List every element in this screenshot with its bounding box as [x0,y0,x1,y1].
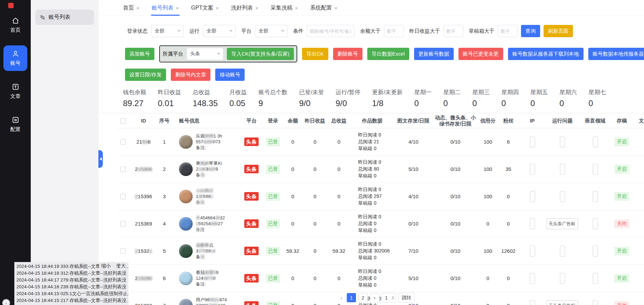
run-issue-input[interactable] [560,136,565,147]
chevron-down-icon [217,53,220,55]
sidebar-item-home[interactable]: 首页 [3,12,27,38]
add-account-button[interactable]: 添加账号 [125,48,154,60]
corner-widget-button[interactable]: › [2,299,10,305]
log-line: 2024-04-15 18:44:18 312:存稿系统--文章--洗好列表没 [16,270,126,277]
run-issue-input[interactable] [560,191,565,202]
sidebar-collapse-handle[interactable] [98,150,103,168]
tab-close-icon[interactable]: × [136,5,139,11]
table-cell: 已登 [263,156,283,183]
number-spinner-icons[interactable] [392,296,394,300]
pagination-page-2[interactable]: 2 [358,293,368,302]
sidebar-item-account[interactable]: 账号 [3,45,27,71]
chevron-right-icon: › [5,301,7,305]
log-enlarge-button[interactable]: 变大 [116,263,126,269]
toolbar-button[interactable]: 移动账号 [215,69,245,81]
ip-input[interactable] [530,191,535,202]
vertical-field-input[interactable] [593,164,598,175]
run-issue-input[interactable]: 无头条广告标 [547,300,578,305]
vertical-field-input[interactable] [593,246,598,257]
table-cell: 0 [498,265,519,292]
row-checkbox[interactable] [120,248,126,254]
run-issue-input[interactable] [560,273,565,284]
sidebar-item-config[interactable]: 配置 [3,112,27,137]
sidebar-item-article[interactable]: 文章 [3,78,27,104]
tab-close-icon[interactable]: × [334,5,338,11]
vertical-field-input[interactable] [593,136,598,147]
table-header-cell: 余额 [283,113,303,128]
toolbar-button[interactable]: 导出数据Excel [367,48,409,60]
toolbar-button[interactable]: 账号数据本地传服务器保存 [588,48,644,60]
toolbar-button[interactable]: 设置日限/存发 [125,69,166,81]
table-cell: 头条 [240,292,263,305]
balance-filter-input[interactable] [384,25,404,37]
login-status-label: 登录状态 [127,28,148,34]
toolbar-button[interactable]: 账号已更变未更 [458,48,503,60]
run-issue-input[interactable]: 无头条广告标 [547,218,578,229]
import-ck-button[interactable]: 导入CK(暂支持头条/百家) [227,48,294,60]
table-cell [632,128,644,155]
works-data-line: 草稿箱 0 [358,255,376,261]
page-jump-input[interactable]: 1 [382,293,396,303]
draft-status-badge: 开启 [614,137,629,146]
select-all-checkbox[interactable] [120,118,126,124]
toolbar-button[interactable]: 删除账号 [333,48,362,60]
tab-系统配置[interactable]: 系统配置× [310,0,338,16]
tab-采集洗稿[interactable]: 采集洗稿× [271,0,298,16]
platform-filter-select[interactable]: 全部 [255,25,288,37]
toolbar-button[interactable]: 导出CK [302,48,328,60]
run-issue-input[interactable] [560,164,565,175]
tab-close-icon[interactable]: × [295,5,298,11]
ip-input[interactable] [530,273,535,284]
tab-账号列表[interactable]: 账号列表× [152,0,179,16]
pagination-prev[interactable]: ‹ [338,294,344,302]
stat-value: 148.35 [193,99,218,108]
tab-close-icon[interactable]: × [255,5,258,11]
table-cell: 头条 [240,237,263,264]
account-number: 32755914 [196,248,216,254]
row-checkbox[interactable] [120,221,126,227]
table-cell: 0/10 [433,265,478,292]
platform-group-select[interactable]: 头条 [187,48,223,60]
tab-首页[interactable]: 首页× [123,0,139,16]
vertical-field-input[interactable] [593,218,598,229]
table-cell: 0 [498,292,519,305]
tab-close-icon[interactable]: × [176,5,179,11]
ip-input[interactable] [530,300,535,305]
draft-box-filter-label: 草稿箱大于 [469,28,494,34]
condition-input[interactable] [307,25,355,37]
tab-GPT文案[interactable]: GPT文案× [191,0,219,16]
yesterday-income-filter-input[interactable] [443,25,463,37]
jump-button[interactable]: 跳转 [398,293,415,303]
table-cell: 100 [478,128,498,155]
row-checkbox[interactable] [120,139,126,145]
vertical-field-input[interactable] [593,300,598,305]
login-status-select[interactable]: 全部 [151,25,184,37]
query-button[interactable]: 查询 [521,25,540,37]
table-cell [519,292,546,305]
pagination-page-1[interactable]: 1 [347,293,356,302]
tab-close-icon[interactable]: × [216,5,219,11]
toolbar-button[interactable]: 账号数据从服务器下载到本地 [508,48,584,60]
tab-洗好列表[interactable]: 洗好列表× [231,0,258,16]
toolbar-button[interactable]: 更新账号数据 [414,48,454,60]
vertical-field-input[interactable] [593,191,598,202]
tab-bar: 首页×账号列表×GPT文案×洗好列表×采集洗稿×系统配置× [123,0,644,16]
ip-input[interactable] [530,246,535,257]
run-status-select[interactable]: 全部 [203,25,236,37]
vertical-field-input[interactable] [593,273,598,284]
draft-box-filter-input[interactable] [498,25,518,37]
platform-badge: 头条 [244,137,259,146]
ip-input[interactable] [530,136,535,147]
table-cell [579,237,612,264]
sidebar-item-account-list[interactable]: 账号列表 [35,10,94,25]
row-checkbox[interactable] [120,194,126,199]
row-checkbox[interactable] [120,166,126,172]
log-shrink-button[interactable]: 缩小 [101,263,111,269]
ip-input[interactable] [530,218,535,229]
toolbar-button[interactable]: 删除号内文章 [171,69,210,81]
refresh-page-button[interactable]: 刷新页面 [544,25,573,37]
table-cell: 开启 [612,183,632,210]
pagination-next[interactable]: › [370,293,379,302]
ip-input[interactable] [530,164,535,175]
run-issue-input[interactable] [560,246,565,257]
